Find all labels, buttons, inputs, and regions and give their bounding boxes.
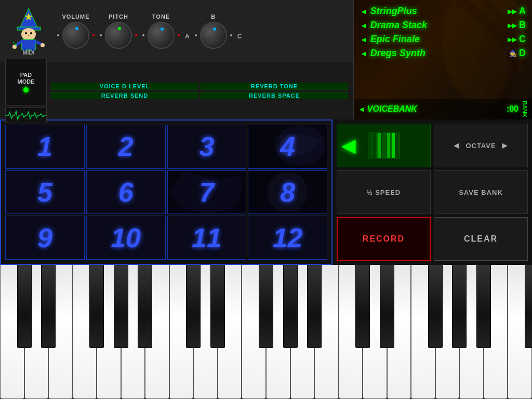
button-row: PADMODE VOICE D LEVEL REVERB TONE REVERB… [0, 62, 353, 119]
svg-rect-7 [21, 39, 36, 50]
reverb-send-button[interactable]: REVERB SEND [51, 92, 198, 99]
save-bank-button[interactable]: SAVE BANK [434, 170, 528, 214]
tone-knob[interactable] [148, 22, 175, 49]
wizard-icon [12, 7, 46, 51]
svg-point-11 [41, 43, 45, 47]
voice-a-letter: A [519, 6, 526, 17]
octave-left-arrow[interactable]: ◄ [452, 140, 462, 151]
pad-6-number: 6 [118, 177, 134, 208]
wizard-area: MIDI [5, 7, 52, 56]
voicebank-arrow[interactable]: ◄ [358, 105, 365, 113]
voice-d-name: Dregs Synth [370, 48, 425, 59]
voice-c-arrow: ◄ [360, 35, 367, 44]
black-key-1[interactable] [41, 265, 56, 348]
pad-2[interactable]: 2 [86, 125, 166, 169]
volume-dot-right [92, 34, 95, 36]
black-key-10[interactable] [259, 265, 273, 348]
pad-5-number: 5 [37, 177, 52, 208]
green-buttons-grid: VOICE D LEVEL REVERB TONE REVERB SEND RE… [51, 83, 348, 99]
pad-12[interactable]: 12 [248, 216, 327, 260]
clear-button[interactable]: CLEAR [434, 217, 528, 261]
voice-d-letter: D [519, 48, 526, 59]
black-key-17[interactable] [428, 265, 443, 348]
pad-4[interactable]: 4 [248, 125, 327, 169]
octave-right-arrow[interactable]: ► [500, 140, 510, 151]
black-key-15[interactable] [380, 265, 394, 348]
black-key-12[interactable] [307, 265, 322, 348]
knob-row: MIDI VOLUME PITCH [0, 0, 353, 62]
half-speed-button[interactable]: ½ SPEED [337, 170, 431, 214]
play-arrow-icon: ◀ [341, 135, 356, 156]
black-key-11[interactable] [283, 265, 298, 348]
voice-list: ◄ StringPlus ▶▶ A ◄ Drama Stack ▶▶ B [354, 0, 532, 99]
voice-item-c[interactable]: ◄ Epic Finale ▶▶ C [358, 32, 528, 46]
black-key-5[interactable] [138, 265, 152, 348]
black-key-3[interactable] [89, 265, 104, 348]
piano-keyboard [0, 265, 532, 399]
pad-9[interactable]: 9 [5, 216, 85, 260]
pitch-knob[interactable] [105, 22, 132, 49]
mini-key-3 [377, 132, 381, 158]
voice-a-arrow: ◄ [360, 7, 367, 16]
voice-b-arrow: ◄ [360, 21, 367, 30]
svg-point-3 [21, 28, 36, 41]
volume-knob[interactable] [62, 22, 89, 49]
volume-dot-left [57, 34, 59, 36]
pad-10[interactable]: 10 [86, 216, 166, 260]
pad-6[interactable]: 6 [86, 170, 166, 215]
voice-c-play: ▶▶ [508, 36, 517, 43]
mini-key-5 [387, 132, 391, 158]
black-key-0[interactable] [17, 265, 32, 348]
pad-7[interactable]: 7 [167, 170, 247, 215]
voice-item-b[interactable]: ◄ Drama Stack ▶▶ B [358, 18, 528, 32]
svg-point-14 [15, 44, 17, 46]
pad-mode-area: PADMODE [5, 59, 47, 123]
mini-key-6 [391, 132, 395, 158]
pad-5[interactable]: 5 [5, 170, 85, 215]
pitch-label: PITCH [109, 14, 128, 20]
voice-d-arrow: ◄ [360, 49, 367, 58]
pad-mode-led [23, 87, 29, 92]
octave-control[interactable]: ◄ OCTAVE ► [434, 124, 528, 167]
midi-label: MIDI [22, 49, 34, 56]
pad-3[interactable]: 3 [167, 125, 247, 169]
pad-12-number: 12 [273, 222, 303, 254]
b-knob[interactable] [200, 22, 227, 49]
pad-1-number: 1 [37, 131, 52, 162]
tone-indicator [161, 28, 164, 31]
b-dot-right [230, 34, 232, 36]
black-key-21[interactable] [525, 265, 532, 348]
voice-item-a[interactable]: ◄ StringPlus ▶▶ A [358, 4, 528, 18]
b-dot-left [195, 34, 197, 36]
right-controls: ◀ ◄ OCTAVE ► ½ SPEED SAVE BANK RECORD CL… [332, 119, 532, 265]
svg-point-4 [25, 32, 27, 34]
pitch-dot-left [100, 34, 102, 36]
voicebank-time: :00 [507, 104, 518, 114]
reverb-space-button[interactable]: REVERB SPACE [201, 92, 348, 99]
svg-point-15 [12, 42, 14, 43]
record-button[interactable]: RECORD [337, 217, 431, 261]
reverb-tone-button[interactable]: REVERB TONE [201, 83, 348, 90]
voice-item-d[interactable]: ◄ Dregs Synth 🧙 D [358, 46, 528, 60]
black-key-14[interactable] [355, 265, 370, 348]
black-key-19[interactable] [476, 265, 491, 348]
right-panel: ◄ StringPlus ▶▶ A ◄ Drama Stack ▶▶ B [353, 0, 532, 119]
mini-key-1 [368, 132, 372, 158]
black-key-4[interactable] [114, 265, 128, 348]
voice-c-letter: C [519, 34, 526, 45]
pad-1[interactable]: 1 [5, 125, 85, 169]
middle-section: 1 2 3 4 5 6 7 [0, 119, 532, 265]
black-key-8[interactable] [210, 265, 225, 348]
black-key-7[interactable] [186, 265, 201, 348]
pad-8[interactable]: 8 [248, 170, 327, 215]
top-section: MIDI VOLUME PITCH [0, 0, 532, 119]
svg-point-5 [30, 32, 32, 34]
pad-11[interactable]: 11 [167, 216, 247, 260]
pad-mode-button[interactable]: PADMODE [5, 59, 47, 105]
voice-a-play: ▶▶ [508, 8, 517, 15]
b-indicator [213, 28, 216, 31]
volume-label: VOLUME [62, 14, 89, 20]
waveform-display [5, 108, 47, 123]
black-key-18[interactable] [452, 265, 467, 348]
voice-d-level-button[interactable]: VOICE D LEVEL [51, 83, 198, 90]
